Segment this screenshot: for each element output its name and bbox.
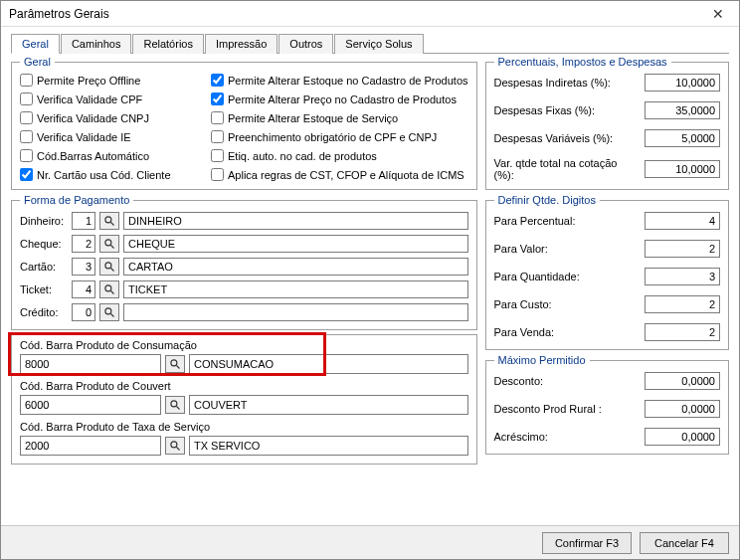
checkbox[interactable] xyxy=(20,168,33,181)
pagamento-rows: Dinheiro: 1 DINHEIRO Cheque: 2 CHEQUE xyxy=(20,212,468,321)
check-cod-barras-auto[interactable]: Cód.Barras Automático xyxy=(20,149,205,162)
pay-num-input[interactable]: 2 xyxy=(72,235,95,253)
check-preco-offline[interactable]: Permite Preço Offline xyxy=(20,74,205,87)
kv-label: Para Valor: xyxy=(494,243,639,255)
checkbox[interactable] xyxy=(20,74,33,87)
lookup-button[interactable] xyxy=(99,280,119,298)
kv-value-input[interactable]: 0,0000 xyxy=(645,400,720,418)
check-valida-ie[interactable]: Verifica Validade IE xyxy=(20,130,205,143)
check-alterar-estoque-servico[interactable]: Permite Alterar Estoque de Serviço xyxy=(211,111,468,124)
lookup-button[interactable] xyxy=(165,355,185,373)
lookup-button[interactable] xyxy=(99,303,119,321)
check-valida-cpf[interactable]: Verifica Validade CPF xyxy=(20,93,205,105)
kv-value-input[interactable]: 5,0000 xyxy=(645,129,720,147)
code-consumacao-desc[interactable]: CONSUMACAO xyxy=(189,354,468,374)
check-regras-cst-cfop[interactable]: Aplica regras de CST, CFOP e Alíquota de… xyxy=(211,168,468,181)
kv-value-input[interactable]: 3 xyxy=(645,268,720,285)
row-dig-percentual: Para Percentual:4 xyxy=(494,212,720,230)
row-max-desconto: Desconto:0,0000 xyxy=(494,372,720,390)
pay-desc[interactable]: DINHEIRO xyxy=(123,212,468,230)
tab-outros[interactable]: Outros xyxy=(278,34,333,54)
code-couvert-desc[interactable]: COUVERT xyxy=(189,395,468,415)
tab-relatorios[interactable]: Relatórios xyxy=(132,34,204,54)
percentuais-rows: Despesas Indiretas (%):10,0000 Despesas … xyxy=(494,74,720,181)
lookup-button[interactable] xyxy=(99,212,119,230)
svg-point-0 xyxy=(105,217,111,223)
window: Parâmetros Gerais ✕ Geral Caminhos Relat… xyxy=(0,0,740,560)
tab-geral[interactable]: Geral xyxy=(11,34,60,54)
check-obrig-cpf-cnpj[interactable]: Preenchimento obrigatório de CPF e CNPJ xyxy=(211,130,468,143)
search-icon xyxy=(103,283,115,295)
kv-value-input[interactable]: 10,0000 xyxy=(645,160,720,178)
check-valida-cnpj[interactable]: Verifica Validade CNPJ xyxy=(20,111,205,124)
checkbox[interactable] xyxy=(211,149,224,162)
checkbox[interactable] xyxy=(211,74,224,87)
check-etiq-auto[interactable]: Etiq. auto. no cad. de produtos xyxy=(211,149,468,162)
code-servico-input[interactable]: 2000 xyxy=(20,436,161,456)
kv-label: Para Custo: xyxy=(494,298,639,310)
kv-label: Despesas Fixas (%): xyxy=(494,104,639,116)
kv-value-input[interactable]: 0,0000 xyxy=(645,372,720,390)
kv-label: Para Percentual: xyxy=(494,215,639,227)
pay-desc[interactable] xyxy=(123,303,468,321)
group-geral-legend: Geral xyxy=(20,56,55,68)
close-button[interactable]: ✕ xyxy=(701,4,735,24)
checkbox[interactable] xyxy=(20,93,33,105)
checkbox[interactable] xyxy=(211,111,224,124)
pay-num-input[interactable]: 0 xyxy=(72,303,95,321)
kv-label: Despesas Variáveis (%): xyxy=(494,132,639,144)
row-dig-valor: Para Valor:2 xyxy=(494,240,720,258)
pay-num-input[interactable]: 3 xyxy=(72,258,95,276)
check-alterar-preco-produtos[interactable]: Permite Alterar Preço no Cadastro de Pro… xyxy=(211,93,468,105)
lookup-button[interactable] xyxy=(99,258,119,276)
kv-value-input[interactable]: 10,0000 xyxy=(645,74,720,92)
tab-impressao[interactable]: Impressão xyxy=(205,34,278,54)
code-couvert-input[interactable]: 6000 xyxy=(20,395,161,415)
kv-value-input[interactable]: 0,0000 xyxy=(645,428,720,446)
svg-line-1 xyxy=(111,223,114,226)
row-servico: 2000 TX SERVICO xyxy=(20,436,468,456)
pay-num-input[interactable]: 4 xyxy=(72,280,95,298)
head-servico: Cód. Barra Produto de Taxa de Serviço xyxy=(20,421,468,433)
row-dig-quantidade: Para Quantidade:3 xyxy=(494,268,720,285)
tab-caminhos[interactable]: Caminhos xyxy=(61,34,132,54)
pay-desc[interactable]: TICKET xyxy=(123,280,468,298)
lookup-button[interactable] xyxy=(165,396,185,414)
kv-value-input[interactable]: 2 xyxy=(645,323,720,341)
head-couvert: Cód. Barra Produto de Couvert xyxy=(20,380,468,392)
kv-value-input[interactable]: 4 xyxy=(645,212,720,230)
tab-servico-solus[interactable]: Serviço Solus xyxy=(334,34,423,54)
pay-row-dinheiro: Dinheiro: 1 DINHEIRO xyxy=(20,212,468,230)
checkbox[interactable] xyxy=(211,93,224,105)
svg-point-12 xyxy=(171,401,177,407)
lookup-button[interactable] xyxy=(165,437,185,455)
check-alterar-estoque-produtos[interactable]: Permite Alterar Estoque no Cadastro de P… xyxy=(211,74,468,87)
column-left: Geral Permite Preço Offline Permite Alte… xyxy=(11,56,477,525)
checkbox[interactable] xyxy=(20,111,33,124)
code-servico-desc[interactable]: TX SERVICO xyxy=(189,436,468,456)
pay-desc[interactable]: CARTAO xyxy=(123,258,468,276)
check-label: Etiq. auto. no cad. de produtos xyxy=(228,150,377,162)
pay-row-credito: Crédito: 0 xyxy=(20,303,468,321)
lookup-button[interactable] xyxy=(99,235,119,253)
checkbox[interactable] xyxy=(211,130,224,143)
kv-value-input[interactable]: 35,0000 xyxy=(645,101,720,119)
check-label: Permite Preço Offline xyxy=(37,75,140,87)
kv-label: Desconto: xyxy=(494,375,639,387)
group-digitos-legend: Definir Qtde. Digitos xyxy=(494,194,600,206)
cancel-button[interactable]: Cancelar F4 xyxy=(640,532,729,554)
kv-value-input[interactable]: 2 xyxy=(645,240,720,258)
pay-label: Cartão: xyxy=(20,261,68,273)
check-cartao-cod-cliente[interactable]: Nr. Cartão usa Cód. Cliente xyxy=(20,168,205,181)
kv-label: Desconto Prod Rural : xyxy=(494,403,639,415)
checkbox[interactable] xyxy=(20,149,33,162)
checkbox[interactable] xyxy=(20,130,33,143)
footer: Confirmar F3 Cancelar F4 xyxy=(1,525,739,559)
group-percentuais-legend: Percentuais, Impostos e Despesas xyxy=(494,56,671,68)
code-consumacao-input[interactable]: 8000 xyxy=(20,354,161,374)
checkbox[interactable] xyxy=(211,168,224,181)
confirm-button[interactable]: Confirmar F3 xyxy=(542,532,632,554)
pay-desc[interactable]: CHEQUE xyxy=(123,235,468,253)
kv-value-input[interactable]: 2 xyxy=(645,295,720,313)
pay-num-input[interactable]: 1 xyxy=(72,212,95,230)
